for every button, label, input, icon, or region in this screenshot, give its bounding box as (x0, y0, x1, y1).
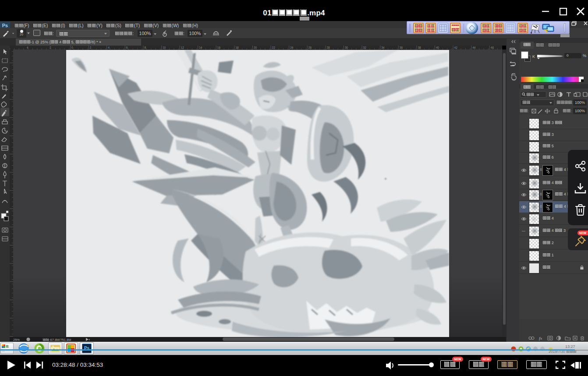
svg-text:20: 20 (254, 46, 257, 49)
svg-text:2: 2 (90, 46, 92, 49)
svg-text:8: 8 (144, 46, 146, 49)
svg-text:6: 6 (126, 46, 128, 49)
svg-text:2: 2 (50, 46, 51, 49)
svg-text:40: 40 (436, 46, 439, 49)
svg-text:36: 36 (400, 46, 403, 49)
svg-text:fx: fx (539, 336, 542, 341)
svg-text:18: 18 (235, 46, 239, 49)
svg-text:32: 32 (363, 46, 367, 49)
svg-text:38: 38 (418, 46, 421, 49)
svg-text:12: 12 (181, 46, 184, 49)
svg-text:0: 0 (71, 46, 73, 49)
svg-text:16: 16 (217, 46, 221, 49)
svg-text:4: 4 (108, 46, 110, 49)
svg-text:34: 34 (381, 46, 385, 49)
svg-text:22: 22 (272, 46, 276, 49)
svg-text:30: 30 (345, 46, 348, 49)
svg-text:46: 46 (491, 46, 494, 49)
svg-text:4: 4 (27, 46, 28, 49)
svg-text:44: 44 (472, 46, 476, 49)
svg-text:14: 14 (199, 46, 202, 49)
svg-text:10: 10 (163, 46, 166, 49)
svg-text:26: 26 (308, 46, 312, 49)
svg-text:42: 42 (454, 46, 458, 49)
svg-text:24: 24 (290, 46, 294, 49)
svg-text:28: 28 (326, 46, 330, 49)
